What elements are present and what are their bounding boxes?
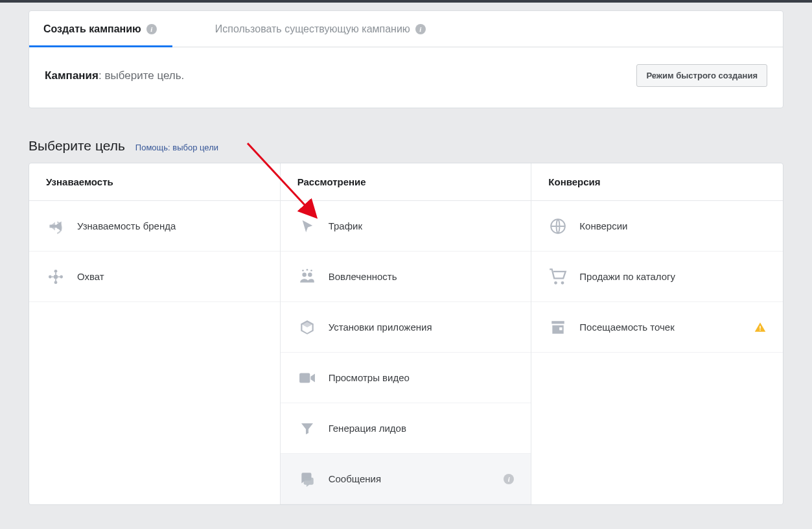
svg-point-6 [302, 272, 307, 277]
svg-point-13 [554, 281, 557, 285]
objective-label: Генерация лидов [329, 423, 515, 434]
campaign-subtext: : выберите цель. [99, 69, 184, 82]
objective-lead-generation[interactable]: Генерация лидов [281, 403, 531, 454]
tab-label: Создать кампанию [43, 23, 141, 35]
column-awareness: Узнаваемость Узнаваемость бренда Охват [29, 163, 281, 504]
people-icon [297, 267, 317, 287]
cursor-icon [297, 217, 317, 236]
help-link[interactable]: Помощь: выбор цели [135, 143, 218, 152]
svg-point-2 [49, 275, 52, 278]
svg-rect-11 [299, 373, 310, 382]
objective-conversions[interactable]: Конверсии [531, 201, 783, 252]
objective-label: Узнаваемость бренда [77, 220, 263, 231]
objective-video-views[interactable]: Просмотры видео [281, 353, 531, 403]
objective-label: Просмотры видео [329, 372, 515, 383]
svg-point-9 [306, 268, 308, 270]
section-title: Выберите цель [29, 138, 125, 154]
network-icon [46, 267, 65, 287]
objective-store-visits[interactable]: Посещаемость точек [531, 302, 783, 353]
objective-engagement[interactable]: Вовлеченность [281, 252, 531, 302]
objective-brand-awareness[interactable]: Узнаваемость бренда [29, 201, 280, 252]
window-topbar [0, 0, 812, 3]
objective-label: Конверсии [579, 220, 766, 231]
objective-traffic[interactable]: Трафик [281, 201, 531, 252]
svg-point-3 [60, 275, 63, 278]
campaign-label: Кампания [45, 69, 99, 82]
objective-app-installs[interactable]: Установки приложения [281, 302, 531, 353]
objective-label: Установки приложения [329, 322, 515, 333]
svg-point-7 [308, 272, 312, 277]
box-icon [297, 318, 317, 337]
chat-icon [297, 469, 317, 489]
objective-label: Посещаемость точек [579, 322, 749, 333]
campaign-tabs: Создать кампанию i Использовать существу… [29, 11, 783, 47]
objectives-grid: Узнаваемость Узнаваемость бренда Охват Р… [29, 163, 783, 505]
svg-point-10 [310, 269, 312, 271]
objective-label: Трафик [329, 220, 515, 231]
svg-point-1 [54, 274, 58, 279]
video-icon [297, 368, 317, 388]
megaphone-icon [46, 217, 65, 236]
svg-rect-15 [559, 327, 562, 330]
globe-icon [548, 217, 568, 236]
quick-create-button[interactable]: Режим быстрого создания [636, 64, 767, 87]
svg-rect-17 [760, 329, 761, 331]
svg-point-5 [54, 281, 58, 284]
objective-label: Продажи по каталогу [579, 271, 766, 282]
svg-point-14 [561, 281, 564, 285]
warning-icon [754, 322, 766, 333]
column-header: Рассмотрение [281, 163, 531, 201]
info-icon[interactable]: i [415, 24, 426, 34]
objective-label: Охват [77, 271, 263, 282]
column-header: Узнаваемость [29, 163, 280, 201]
objective-catalog-sales[interactable]: Продажи по каталогу [531, 252, 783, 302]
tab-label: Использовать существующую кампанию [215, 23, 410, 35]
tab-existing-campaign[interactable]: Использовать существующую кампанию i [215, 11, 426, 47]
tab-create-campaign[interactable]: Создать кампанию i [43, 11, 157, 47]
column-header: Конверсия [531, 163, 783, 201]
objective-label: Сообщения [329, 473, 504, 484]
funnel-icon [297, 419, 317, 438]
column-consideration: Рассмотрение Трафик Вовлеченность Устано… [281, 163, 532, 504]
svg-point-8 [302, 269, 304, 271]
objective-messages[interactable]: Сообщения i [281, 454, 531, 504]
column-conversion: Конверсия Конверсии Продажи по каталогу … [531, 163, 783, 504]
info-icon[interactable]: i [146, 24, 157, 34]
svg-point-4 [54, 269, 58, 272]
campaign-title-line: Кампания: выберите цель. [45, 69, 184, 82]
cart-icon [548, 267, 568, 287]
campaign-card: Создать кампанию i Использовать существу… [29, 10, 783, 108]
objective-reach[interactable]: Охват [29, 252, 280, 302]
objective-label: Вовлеченность [329, 271, 515, 282]
store-icon [548, 318, 568, 337]
svg-rect-16 [760, 325, 761, 329]
info-icon[interactable]: i [504, 474, 514, 484]
